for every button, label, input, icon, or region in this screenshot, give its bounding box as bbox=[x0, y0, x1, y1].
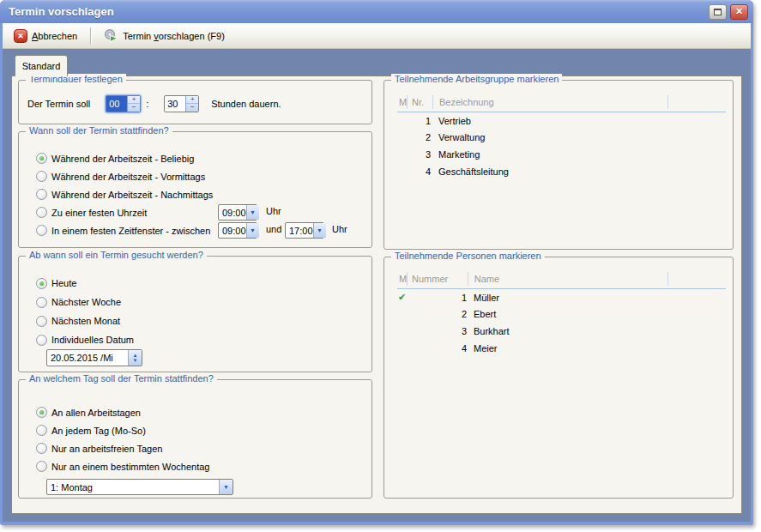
window-mid-label: und bbox=[266, 224, 281, 234]
group-workgroups-title: Teilnehmende Arbeitsgruppe markieren bbox=[391, 74, 562, 84]
radio-time-window[interactable] bbox=[36, 225, 47, 236]
date-spinner-icon[interactable]: ▲▼ bbox=[128, 350, 142, 366]
duration-prefix-label: Der Termin soll bbox=[27, 99, 90, 109]
toolbar-separator bbox=[90, 27, 91, 45]
person-row[interactable]: 4 Meier bbox=[397, 340, 726, 357]
radio-custom-date[interactable] bbox=[36, 335, 47, 346]
radio-row-worktime-morning: Während der Arbeitszeit - Vormittags bbox=[19, 167, 371, 185]
window-title: Termin vorschlagen bbox=[9, 5, 114, 18]
dropdown-arrow-icon[interactable]: ▼ bbox=[246, 223, 259, 238]
column-header-nr[interactable]: Nr. bbox=[407, 95, 432, 109]
hours-value[interactable]: 00 bbox=[106, 96, 127, 112]
person-row[interactable]: ✔ 1 Müller bbox=[397, 289, 726, 306]
cancel-button[interactable]: ✕ Abbrechen bbox=[8, 27, 83, 45]
group-day-title: An welchem Tag soll der Termin stattfind… bbox=[26, 373, 217, 384]
workgroups-listview: M Nr. Bezeichnung 1 Vertrieb 2 V bbox=[397, 92, 726, 179]
radio-every-day[interactable] bbox=[36, 425, 47, 436]
radio-row-today: Heute bbox=[19, 274, 371, 293]
radio-row-fixed-time: Zu einer festen Uhrzeit 09:00 ▼ Uhr bbox=[19, 203, 371, 221]
radio-row-custom-date: Individuelles Datum bbox=[19, 330, 371, 349]
check-icon: ✔ bbox=[397, 292, 407, 303]
radio-row-worktime-any: Während der Arbeitszeit - Beliebig bbox=[19, 149, 371, 167]
radio-free-days[interactable] bbox=[36, 443, 47, 454]
radio-worktime-afternoon[interactable] bbox=[36, 189, 47, 200]
group-when: Wann soll der Termin stattfinden? Währen… bbox=[18, 131, 372, 248]
titlebar[interactable]: Termin vorschlagen ✕ bbox=[0, 0, 753, 23]
group-persons-title: Teilnehmende Personen markieren bbox=[391, 251, 545, 261]
radio-all-workdays[interactable] bbox=[36, 407, 47, 418]
column-header-empty[interactable] bbox=[667, 272, 726, 286]
workgroup-row[interactable]: 3 Marketing bbox=[397, 146, 726, 163]
group-start: Ab wann soll ein Termin gesucht werden? … bbox=[18, 256, 372, 372]
date-input[interactable]: 20.05.2015 /Mi ▲▼ bbox=[46, 349, 142, 366]
radio-row-every-day: An jedem Tag (Mo-So) bbox=[19, 421, 371, 439]
column-header-bezeichnung[interactable]: Bezeichnung bbox=[432, 95, 647, 109]
radio-row-specific-weekday: Nur an einem bestimmten Wochentag bbox=[19, 457, 371, 475]
radio-fixed-time[interactable] bbox=[36, 207, 47, 218]
propose-gear-icon bbox=[104, 28, 118, 43]
radio-row-worktime-afternoon: Während der Arbeitszeit - Nachmittags bbox=[19, 185, 371, 203]
column-header-mark[interactable]: M bbox=[397, 95, 407, 109]
window-suffix-label: Uhr bbox=[332, 224, 347, 234]
window-to-combo[interactable]: 17:00 ▼ bbox=[285, 222, 324, 239]
hours-spinner[interactable]: 00 +− bbox=[106, 95, 141, 112]
hours-spin-buttons-icon[interactable]: +− bbox=[127, 96, 140, 112]
cancel-icon: ✕ bbox=[14, 29, 27, 43]
date-value[interactable]: 20.05.2015 /Mi bbox=[47, 350, 128, 366]
duration-row: Der Termin soll 00 +− : 30 +− Stunden da… bbox=[27, 94, 281, 112]
restore-icon bbox=[714, 9, 722, 15]
radio-next-month[interactable] bbox=[36, 316, 47, 327]
workgroup-row[interactable]: 2 Verwaltung bbox=[397, 130, 726, 147]
persons-header: M Nummer Name bbox=[397, 269, 726, 289]
group-start-title: Ab wann soll ein Termin gesucht werden? bbox=[26, 250, 207, 260]
radio-row-all-workdays: An allen Arbeitstagen bbox=[19, 403, 371, 421]
column-header-nummer[interactable]: Nummer bbox=[407, 272, 468, 286]
radio-row-next-week: Nächster Woche bbox=[19, 293, 371, 311]
person-row[interactable]: 3 Burkhart bbox=[397, 323, 726, 340]
radio-next-week[interactable] bbox=[36, 297, 47, 308]
dialog-body: Standard Termindauer festlegen Der Termi… bbox=[3, 49, 751, 522]
dialog-window: Termin vorschlagen ✕ ✕ Abbrechen Termin … bbox=[0, 0, 753, 525]
group-duration: Termindauer festlegen Der Termin soll 00… bbox=[18, 80, 372, 124]
workgroup-row[interactable]: 4 Geschäftsleitung bbox=[397, 163, 726, 180]
radio-row-time-window: In einem festen Zeitfenster - zwischen 0… bbox=[19, 221, 371, 239]
minutes-value[interactable]: 30 bbox=[165, 96, 185, 112]
workgroup-row[interactable]: 1 Vertrieb bbox=[397, 112, 726, 130]
dropdown-arrow-icon[interactable]: ▼ bbox=[219, 480, 233, 494]
radio-row-free-days: Nur an arbeitsfreien Tagen bbox=[19, 439, 371, 457]
window-controls: ✕ bbox=[709, 4, 748, 20]
window-from-combo[interactable]: 09:00 ▼ bbox=[218, 222, 257, 239]
fixed-time-combo[interactable]: 09:00 ▼ bbox=[218, 204, 257, 221]
column-header-empty[interactable] bbox=[667, 95, 726, 109]
column-header-name[interactable]: Name bbox=[468, 272, 667, 286]
close-icon: ✕ bbox=[735, 6, 743, 17]
tab-panel: Termindauer festlegen Der Termin soll 00… bbox=[11, 76, 742, 514]
group-when-title: Wann soll der Termin stattfinden? bbox=[26, 125, 172, 136]
minutes-spinner[interactable]: 30 +− bbox=[164, 95, 199, 112]
duration-suffix-label: Stunden dauern. bbox=[211, 99, 281, 109]
column-header-mark[interactable]: M bbox=[397, 272, 407, 286]
persons-listview: M Nummer Name ✔ 1 Müller 2 Ebert bbox=[397, 269, 726, 356]
dropdown-arrow-icon[interactable]: ▼ bbox=[246, 205, 259, 220]
propose-label: Termin vorschlagen (F9) bbox=[123, 31, 225, 41]
tab-standard[interactable]: Standard bbox=[15, 55, 68, 76]
weekday-value[interactable]: 1: Montag bbox=[47, 480, 219, 494]
duration-colon: : bbox=[146, 99, 148, 109]
radio-worktime-morning[interactable] bbox=[36, 171, 47, 182]
weekday-dropdown[interactable]: 1: Montag ▼ bbox=[46, 479, 233, 495]
dropdown-arrow-icon[interactable]: ▼ bbox=[313, 223, 326, 238]
toolbar: ✕ Abbrechen Termin vorschlagen (F9) bbox=[3, 23, 751, 49]
workgroups-header: M Nr. Bezeichnung bbox=[397, 92, 726, 112]
close-button[interactable]: ✕ bbox=[730, 4, 748, 20]
group-workgroups: Teilnehmende Arbeitsgruppe markieren M N… bbox=[384, 80, 734, 250]
minutes-spin-buttons-icon[interactable]: +− bbox=[185, 96, 198, 112]
radio-worktime-any[interactable] bbox=[36, 153, 47, 164]
radio-today[interactable] bbox=[36, 278, 47, 289]
restore-button[interactable] bbox=[709, 4, 727, 20]
radio-specific-weekday[interactable] bbox=[36, 461, 47, 472]
fixed-time-suffix-label: Uhr bbox=[266, 206, 281, 216]
group-persons: Teilnehmende Personen markieren M Nummer… bbox=[384, 257, 734, 499]
person-row[interactable]: 2 Ebert bbox=[397, 306, 726, 323]
propose-appointment-button[interactable]: Termin vorschlagen (F9) bbox=[98, 26, 231, 45]
radio-row-next-month: Nächsten Monat bbox=[19, 311, 371, 330]
